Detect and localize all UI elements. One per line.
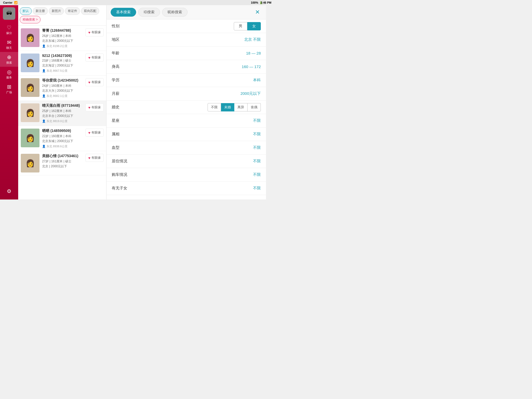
list-panel: 默认 新注册 新照片 有证件 双向匹配 精确搜索 > 👩 菁菁 (1268447… — [18, 5, 107, 200]
sidebar-item-sousuo[interactable]: ⊕ 搜索 — [0, 52, 18, 67]
field-blood-type[interactable]: 血型 不限 — [107, 141, 266, 155]
profile-distance: 👤 东北 8938.6公里 — [42, 144, 83, 148]
field-gender: 性别 男 女 — [107, 19, 266, 33]
credit-value: 不限 — [132, 199, 261, 200]
list-item[interactable]: 👩 晒晒 (148599509) 22岁 | 160厘米 | 本科 北京东城 |… — [18, 126, 106, 151]
children-value: 不限 — [132, 186, 261, 191]
yuanfen-button[interactable]: ♥ 有眼缘 — [85, 129, 104, 137]
salary-value: 2000元以下 — [132, 91, 261, 96]
heart-icon: ♥ — [88, 156, 90, 160]
sidebar-item-guangchang[interactable]: ⊞ 广场 — [0, 82, 18, 96]
marital-unmarried-button[interactable]: 未婚 — [221, 103, 234, 111]
carrier-label: Carrier — [3, 1, 12, 4]
marital-label: 婚史 — [112, 105, 132, 110]
avatar: 👩 — [21, 54, 39, 72]
profile-details: 24岁 | 160厘米 | 本科 — [42, 84, 83, 88]
profile-action: ♥ 有眼缘 — [85, 154, 104, 162]
list-item[interactable]: 👩 晴天落白雨 (87719448) 25岁 | 162厘米 | 本科 北京丰台… — [18, 101, 106, 126]
profile-details: 23岁 | 168厘米 | 硕士 — [42, 58, 83, 63]
service-icon: ◎ — [7, 69, 11, 75]
edu-value: 本科 — [132, 78, 261, 83]
profile-distance: 👤 东北 8682.1公里 — [42, 94, 83, 98]
filter-tab-verified[interactable]: 有证件 — [65, 7, 80, 15]
filter-tab-new-register[interactable]: 新注册 — [33, 7, 48, 15]
chinese-zodiac-label: 属相 — [112, 132, 132, 137]
avatar[interactable]: 🕶 — [3, 7, 15, 20]
field-height[interactable]: 身高 160 — 172 — [107, 60, 266, 74]
profile-location-salary: 北京海淀 | 2000元以下 — [42, 63, 83, 68]
marital-divorced-button[interactable]: 离异 — [234, 103, 248, 111]
yuanfen-button[interactable]: ♥ 有眼缘 — [85, 154, 104, 162]
profile-name: 等你爱我 (142345002) — [42, 78, 83, 83]
profile-distance: 👤 东北 8819.0公里 — [42, 119, 83, 123]
heart-icon: ♥ — [88, 80, 90, 84]
sidebar-item-liaotian[interactable]: ✉ 聊天 — [0, 37, 18, 52]
sidebar-item-yuanfen[interactable]: ♡ 缘分 — [0, 22, 18, 37]
profile-action: ♥ 有眼缘 — [85, 54, 104, 62]
heart-icon: ♥ — [88, 131, 90, 135]
gender-toggle: 男 女 — [234, 22, 261, 30]
profile-action: ♥ 有眼缘 — [85, 78, 104, 86]
field-zodiac[interactable]: 星座 不限 — [107, 114, 266, 128]
filter-tab-default[interactable]: 默认 — [20, 7, 32, 15]
tab-basic-search[interactable]: 基本搜索 — [111, 8, 136, 17]
tab-nickname-search[interactable]: 昵称搜索 — [162, 8, 188, 17]
chinese-zodiac-value: 不限 — [132, 132, 261, 137]
yuanfen-button[interactable]: ♥ 有眼缘 — [85, 103, 104, 111]
field-car[interactable]: 购车情况 不限 — [107, 168, 266, 182]
search-panel: 基本搜索 ID搜索 昵称搜索 ✕ 性别 男 女 地区 — [107, 5, 266, 200]
field-children[interactable]: 有无子女 不限 — [107, 182, 266, 195]
sidebar-item-fuwu[interactable]: ◎ 服务 — [0, 67, 18, 82]
heart-icon: ♥ — [88, 30, 90, 35]
field-marital: 婚史 不限 未婚 离异 丧偶 — [107, 101, 266, 114]
residence-label: 居住情况 — [112, 159, 132, 164]
location-icon: 👤 — [42, 94, 46, 98]
yuanfen-button[interactable]: ♥ 有眼缘 — [85, 54, 104, 62]
profile-action: ♥ 有眼缘 — [85, 28, 104, 36]
profile-distance: 👤 东北 8667.5公里 — [42, 69, 83, 73]
list-item[interactable]: 👩 9212 (143627309) 23岁 | 168厘米 | 硕士 北京海淀… — [18, 51, 106, 76]
avatar: 👩 — [21, 129, 39, 147]
residence-value: 不限 — [132, 159, 261, 164]
field-residence[interactable]: 居住情况 不限 — [107, 155, 266, 168]
filter-tab-precise[interactable]: 精确搜索 > — [20, 16, 41, 23]
profile-name: 晴天落白雨 (87719448) — [42, 103, 83, 108]
list-item[interactable]: 👩 菁菁 (126844788) 26岁 | 162厘米 | 本科 北京东城 |… — [18, 26, 106, 51]
field-salary[interactable]: 月薪 2000元以下 — [107, 87, 266, 101]
car-value: 不限 — [132, 172, 261, 177]
list-item[interactable]: 👩 等你爱我 (142345002) 24岁 | 160厘米 | 本科 北京大兴… — [18, 76, 106, 101]
yuanfen-button[interactable]: ♥ 有眼缘 — [85, 28, 104, 36]
avatar: 👩 — [21, 28, 39, 47]
list-item[interactable]: 👩 美丽心情 (147753461) 27岁 | 161厘米 | 硕士 北京 |… — [18, 151, 106, 175]
tab-id-search[interactable]: ID搜索 — [138, 8, 160, 17]
profile-name: 美丽心情 (147753461) — [42, 154, 83, 158]
sidebar-item-settings[interactable]: ⚙ — [7, 186, 11, 196]
filter-tab-mutual[interactable]: 双向匹配 — [81, 7, 99, 15]
field-education[interactable]: 学历 本科 — [107, 74, 266, 87]
filter-tabs: 默认 新注册 新照片 有证件 双向匹配 精确搜索 > — [18, 5, 106, 26]
age-value: 18 — 28 — [132, 51, 261, 55]
location-icon: 👤 — [42, 145, 46, 148]
zodiac-label: 星座 — [112, 118, 132, 123]
marital-widowed-button[interactable]: 丧偶 — [248, 103, 261, 111]
yuanfen-button[interactable]: ♥ 有眼缘 — [85, 78, 104, 86]
field-credit[interactable]: 诚信星级 不限 — [107, 195, 266, 200]
field-age[interactable]: 年龄 18 — 28 — [107, 46, 266, 60]
time-label: 2:46 PM — [261, 1, 266, 4]
close-button[interactable]: ✕ — [253, 8, 262, 17]
salary-label: 月薪 — [112, 91, 132, 96]
profile-location-salary: 北京东城 | 2000元以下 — [42, 39, 83, 43]
marital-unlimited-button[interactable]: 不限 — [208, 103, 221, 111]
gender-female-button[interactable]: 女 — [247, 22, 261, 30]
mail-icon: ✉ — [7, 39, 11, 45]
location-icon: 👤 — [42, 44, 46, 48]
profile-action: ♥ 有眼缘 — [85, 103, 104, 111]
filter-tab-new-photo[interactable]: 新照片 — [49, 7, 64, 15]
gender-male-button[interactable]: 男 — [234, 22, 247, 30]
profile-distance: 👤 东北 8198.2公里 — [42, 44, 83, 48]
field-region[interactable]: 地区 北京 不限 — [107, 33, 266, 46]
age-label: 年龄 — [112, 51, 132, 56]
field-chinese-zodiac[interactable]: 属相 不限 — [107, 128, 266, 141]
search-icon: ⊕ — [7, 54, 11, 60]
profile-name: 菁菁 (126844788) — [42, 28, 83, 33]
